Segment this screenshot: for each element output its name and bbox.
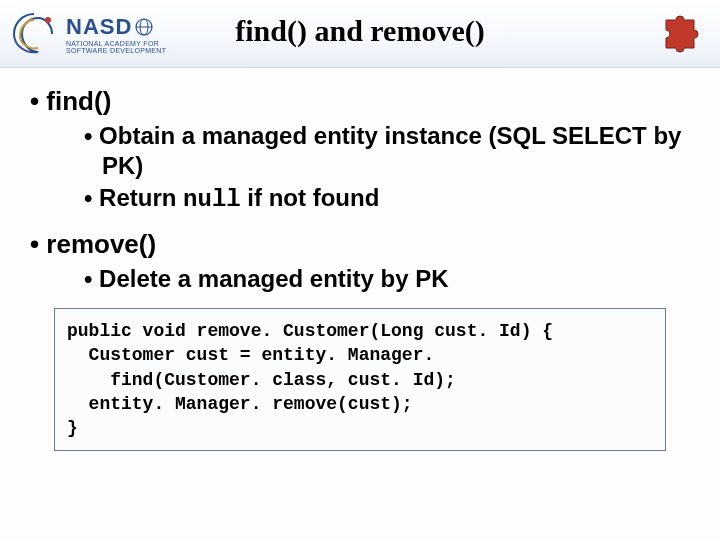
null-keyword: null bbox=[183, 186, 241, 213]
slide-header: NASD NATIONAL ACADEMY FOR SOFTWARE DEVEL… bbox=[0, 0, 720, 68]
logo: NASD NATIONAL ACADEMY FOR SOFTWARE DEVEL… bbox=[0, 8, 166, 60]
slide-content: find() Obtain a managed entity instance … bbox=[0, 68, 720, 451]
logo-main-text: NASD bbox=[66, 14, 166, 40]
puzzle-icon bbox=[658, 10, 702, 54]
logo-swirl-icon bbox=[8, 8, 60, 60]
globe-icon bbox=[134, 17, 154, 37]
bullet-find-return: Return null if not found bbox=[84, 183, 690, 215]
logo-subtitle-1: NATIONAL ACADEMY FOR bbox=[66, 40, 166, 47]
bullet-find-return-a: Return bbox=[99, 184, 183, 211]
bullet-find-return-b: if not found bbox=[241, 184, 380, 211]
bullet-remove: remove() Delete a managed entity by PK bbox=[30, 229, 690, 294]
logo-text: NASD NATIONAL ACADEMY FOR SOFTWARE DEVEL… bbox=[66, 14, 166, 54]
logo-subtitle-2: SOFTWARE DEVELOPMENT bbox=[66, 47, 166, 54]
bullet-find-text: find() bbox=[46, 86, 111, 116]
logo-acronym: NASD bbox=[66, 14, 132, 40]
bullet-find-obtain: Obtain a managed entity instance (SQL SE… bbox=[84, 121, 690, 181]
bullet-remove-text: remove() bbox=[46, 229, 156, 259]
bullet-find: find() Obtain a managed entity instance … bbox=[30, 86, 690, 215]
code-block: public void remove. Customer(Long cust. … bbox=[54, 308, 666, 451]
svg-point-0 bbox=[45, 17, 51, 23]
bullet-remove-delete: Delete a managed entity by PK bbox=[84, 264, 690, 294]
